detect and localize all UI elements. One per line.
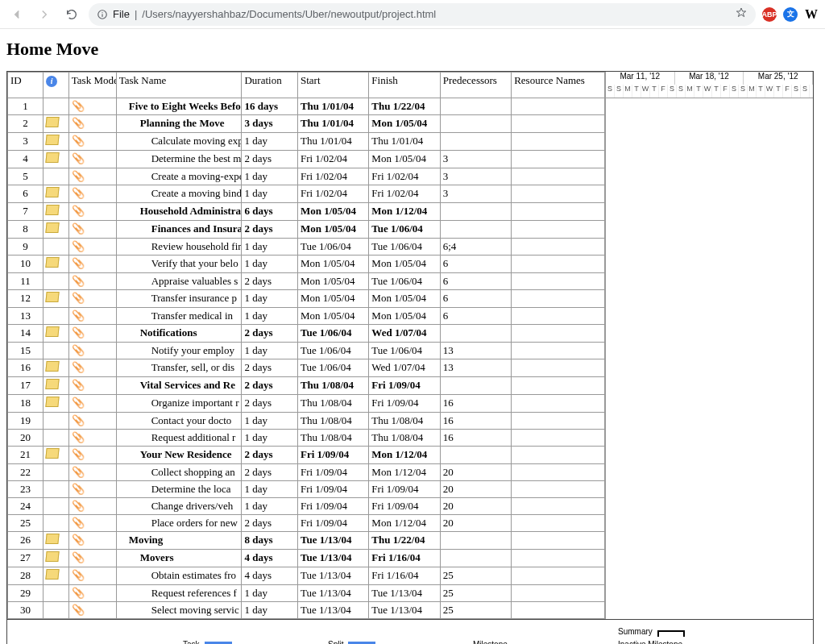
cell-finish[interactable]: Thu 1/01/04 [369, 133, 440, 151]
cell-name[interactable]: Collect shopping an [116, 464, 242, 481]
cell-duration[interactable]: 1 day [242, 133, 297, 151]
cell-duration[interactable]: 2 days [242, 273, 297, 290]
reload-button[interactable] [61, 4, 82, 25]
cell-duration[interactable]: 1 day [242, 290, 297, 308]
cell-name[interactable]: Your New Residence [116, 447, 242, 464]
cell-duration[interactable]: 1 day [242, 498, 297, 515]
cell-id[interactable]: 10 [8, 256, 44, 273]
cell-id[interactable]: 2 [8, 115, 44, 133]
cell-finish[interactable]: Fri 1/09/04 [369, 498, 440, 515]
cell-mode[interactable] [68, 290, 116, 308]
cell-pred[interactable]: 20 [440, 464, 511, 481]
cell-id[interactable]: 16 [8, 359, 44, 377]
cell-info[interactable] [44, 133, 69, 151]
cell-name[interactable]: Determine the best m [116, 151, 242, 168]
table-row[interactable]: 25Place orders for new2 daysFri 1/09/04M… [8, 515, 605, 532]
cell-name[interactable]: Transfer medical in [116, 308, 242, 325]
cell-res[interactable] [512, 515, 605, 532]
cell-id[interactable]: 24 [8, 498, 44, 515]
cell-pred[interactable]: 13 [440, 343, 511, 359]
cell-finish[interactable]: Mon 1/12/04 [369, 203, 440, 221]
cell-duration[interactable]: 1 day [242, 343, 297, 359]
cell-info[interactable] [44, 273, 69, 290]
cell-mode[interactable] [68, 395, 116, 413]
cell-info[interactable] [44, 359, 69, 377]
cell-res[interactable] [512, 151, 605, 168]
cell-info[interactable] [44, 602, 69, 619]
col-id[interactable]: ID [8, 73, 44, 98]
extension-abp-icon[interactable]: ABP [762, 7, 777, 22]
cell-id[interactable]: 29 [8, 585, 44, 602]
cell-start[interactable]: Fri 1/02/04 [297, 151, 368, 168]
cell-mode[interactable] [68, 550, 116, 567]
extension-translate-icon[interactable]: 文 [783, 7, 798, 22]
cell-info[interactable] [44, 515, 69, 532]
cell-mode[interactable] [68, 151, 116, 168]
cell-duration[interactable]: 16 days [242, 98, 297, 115]
col-info[interactable]: i [44, 73, 69, 98]
cell-info[interactable] [44, 464, 69, 481]
col-mode[interactable]: Task Mode [68, 73, 116, 98]
extension-w-icon[interactable]: W [804, 7, 819, 22]
table-row[interactable]: 28Obtain estimates fro4 daysTue 1/13/04F… [8, 567, 605, 585]
cell-name[interactable]: Notifications [116, 325, 242, 343]
cell-info[interactable] [44, 308, 69, 325]
col-start[interactable]: Start [297, 73, 368, 98]
cell-name[interactable]: Request references f [116, 585, 242, 602]
cell-duration[interactable]: 2 days [242, 464, 297, 481]
cell-mode[interactable] [68, 567, 116, 585]
table-row[interactable]: 8Finances and Insuran2 daysMon 1/05/04Tu… [8, 221, 605, 239]
cell-res[interactable] [512, 567, 605, 585]
table-row[interactable]: 7Household Administrati6 daysMon 1/05/04… [8, 203, 605, 221]
cell-start[interactable]: Thu 1/08/04 [297, 413, 368, 430]
cell-id[interactable]: 11 [8, 273, 44, 290]
col-resources[interactable]: Resource Names [512, 73, 605, 98]
cell-start[interactable]: Fri 1/09/04 [297, 515, 368, 532]
cell-id[interactable]: 14 [8, 325, 44, 343]
cell-pred[interactable]: 3 [440, 151, 511, 168]
cell-name[interactable]: Select moving servic [116, 602, 242, 619]
cell-pred[interactable]: 3 [440, 168, 511, 185]
cell-start[interactable]: Fri 1/09/04 [297, 498, 368, 515]
cell-start[interactable]: Tue 1/13/04 [297, 602, 368, 619]
cell-name[interactable]: Contact your docto [116, 413, 242, 430]
table-row[interactable]: 1Five to Eight Weeks Befo16 daysThu 1/01… [8, 98, 605, 115]
cell-finish[interactable]: Fri 1/09/04 [369, 377, 440, 395]
cell-pred[interactable]: 6 [440, 256, 511, 273]
cell-res[interactable] [512, 430, 605, 447]
table-row[interactable]: 18Organize important r2 daysThu 1/08/04F… [8, 395, 605, 413]
cell-duration[interactable]: 4 days [242, 567, 297, 585]
cell-mode[interactable] [68, 532, 116, 550]
cell-id[interactable]: 17 [8, 377, 44, 395]
cell-start[interactable]: Fri 1/09/04 [297, 481, 368, 498]
cell-duration[interactable]: 1 day [242, 185, 297, 203]
cell-mode[interactable] [68, 585, 116, 602]
cell-pred[interactable] [440, 377, 511, 395]
cell-res[interactable] [512, 498, 605, 515]
cell-res[interactable] [512, 464, 605, 481]
cell-duration[interactable]: 3 days [242, 115, 297, 133]
cell-name[interactable]: Notify your employ [116, 343, 242, 359]
table-row[interactable]: 27Movers4 daysTue 1/13/04Fri 1/16/04 [8, 550, 605, 567]
cell-finish[interactable]: Tue 1/13/04 [369, 602, 440, 619]
cell-pred[interactable] [440, 133, 511, 151]
cell-id[interactable]: 9 [8, 239, 44, 256]
cell-mode[interactable] [68, 447, 116, 464]
cell-info[interactable] [44, 532, 69, 550]
table-row[interactable]: 10Verify that your belo1 dayMon 1/05/04M… [8, 256, 605, 273]
cell-start[interactable]: Thu 1/01/04 [297, 133, 368, 151]
cell-start[interactable]: Mon 1/05/04 [297, 308, 368, 325]
cell-pred[interactable] [440, 532, 511, 550]
cell-finish[interactable]: Fri 1/16/04 [369, 550, 440, 567]
cell-mode[interactable] [68, 273, 116, 290]
cell-res[interactable] [512, 115, 605, 133]
cell-info[interactable] [44, 115, 69, 133]
cell-mode[interactable] [68, 185, 116, 203]
forward-button[interactable] [34, 4, 55, 25]
cell-id[interactable]: 25 [8, 515, 44, 532]
cell-duration[interactable]: 1 day [242, 602, 297, 619]
cell-id[interactable]: 12 [8, 290, 44, 308]
table-row[interactable]: 17Vital Services and Re2 daysThu 1/08/04… [8, 377, 605, 395]
cell-pred[interactable]: 6;4 [440, 239, 511, 256]
cell-start[interactable]: Tue 1/06/04 [297, 239, 368, 256]
